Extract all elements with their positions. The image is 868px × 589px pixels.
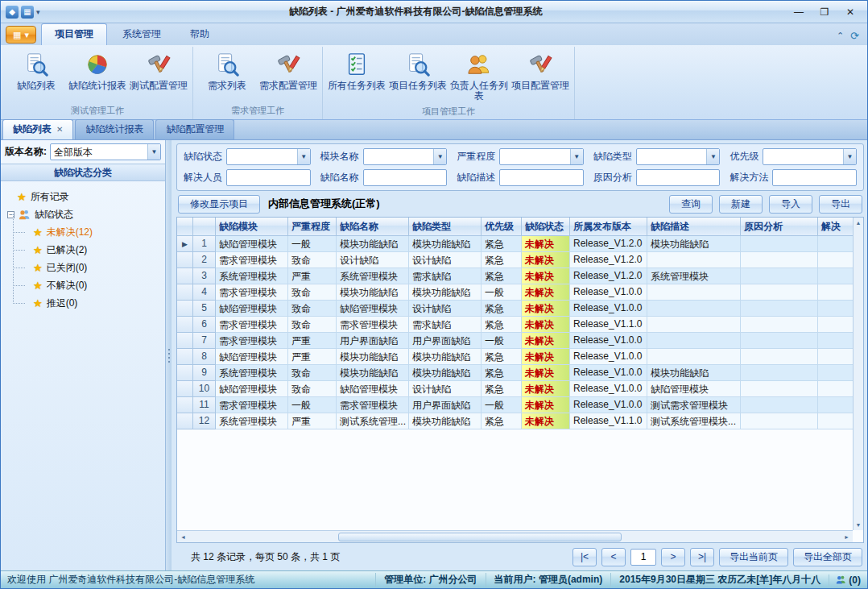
cell[interactable]: 模块功能缺陷 — [409, 349, 482, 365]
table-row[interactable]: 3系统管理模块严重系统管理模块需求缺陷紧急未解决Release_V1.2.0系统… — [177, 268, 853, 284]
tree-item-unresolved[interactable]: ★ 未解决(12) — [6, 223, 160, 241]
cell[interactable]: 紧急 — [482, 252, 522, 268]
cell[interactable]: 紧急 — [482, 349, 522, 365]
cell[interactable]: 需求管理模块 — [216, 252, 288, 268]
cell[interactable]: 需求缺陷 — [409, 268, 482, 284]
cell[interactable]: 一般 — [288, 397, 337, 413]
cell[interactable]: 一般 — [482, 397, 522, 413]
cell[interactable]: 需求管理模块 — [216, 333, 288, 349]
cell[interactable] — [741, 301, 818, 317]
scroll-down-icon[interactable]: ▼ — [856, 520, 862, 530]
cell[interactable] — [741, 236, 818, 252]
collapse-ribbon-icon[interactable]: ⌃ — [837, 31, 844, 41]
ribbon-item-project-config[interactable]: 项目配置管理 — [510, 48, 571, 93]
cell[interactable] — [647, 317, 741, 333]
chevron-down-icon[interactable]: ▼ — [706, 149, 719, 164]
sidebar-splitter[interactable] — [166, 140, 172, 570]
cell[interactable]: 严重 — [288, 413, 337, 429]
cell[interactable] — [818, 268, 853, 284]
cell[interactable]: Release_V1.2.0 — [570, 252, 647, 268]
cell[interactable]: 紧急 — [482, 413, 522, 429]
row-number[interactable]: 2 — [193, 252, 216, 268]
cell[interactable]: 紧急 — [482, 317, 522, 333]
cell[interactable]: 模块功能缺陷 — [409, 284, 482, 301]
ribbon-item-defect-list[interactable]: 缺陷列表 — [6, 48, 67, 93]
row-number[interactable]: 10 — [193, 381, 216, 397]
row-current-marker[interactable] — [177, 413, 193, 429]
cell[interactable]: 缺陷管理模块 — [216, 381, 288, 397]
cell[interactable]: 模块功能缺陷 — [337, 365, 409, 381]
scroll-up-icon[interactable]: ▲ — [856, 218, 862, 228]
cell[interactable]: 未解决 — [522, 333, 570, 349]
first-page-button[interactable]: |< — [572, 548, 597, 566]
tree-item-all-records[interactable]: ★ 所有记录 — [6, 188, 160, 205]
cell[interactable]: 未解决 — [522, 365, 570, 381]
cell[interactable]: 致命 — [288, 301, 337, 317]
cell[interactable]: 需求管理模块 — [337, 397, 409, 413]
cell[interactable]: 缺陷管理模块 — [216, 301, 288, 317]
priority-combobox[interactable]: ▼ — [763, 148, 857, 165]
cell[interactable]: 未解决 — [522, 317, 570, 333]
cell[interactable]: 一般 — [482, 333, 522, 349]
cell[interactable]: 未解决 — [522, 381, 570, 397]
cell[interactable] — [818, 365, 853, 381]
vertical-scrollbar[interactable]: ▲ ▼ — [853, 218, 863, 530]
cell[interactable]: 模块功能缺陷 — [337, 236, 409, 252]
cell[interactable] — [741, 284, 818, 301]
quick-access-dropdown-icon[interactable]: ▾ — [36, 8, 40, 16]
cell[interactable] — [647, 252, 741, 268]
close-tab-icon[interactable]: ✕ — [56, 125, 63, 134]
table-row[interactable]: 6需求管理模块致命需求管理模块需求缺陷紧急未解决Release_V1.1.0 — [177, 317, 853, 333]
ribbon-item-owner-tasks[interactable]: 负责人任务列表 — [448, 48, 510, 104]
cell[interactable]: 模块功能缺陷 — [337, 284, 409, 301]
cell[interactable] — [818, 349, 853, 365]
table-row[interactable]: 10缺陷管理模块致命缺陷管理模块设计缺陷紧急未解决Release_V1.0.0缺… — [177, 381, 853, 397]
table-row[interactable]: 8缺陷管理模块严重模块功能缺陷模块功能缺陷紧急未解决Release_V1.0.0 — [177, 349, 853, 365]
cell[interactable]: 紧急 — [482, 301, 522, 317]
chevron-down-icon[interactable]: ▼ — [147, 144, 160, 160]
cell[interactable]: Release_V1.2.0 — [570, 236, 647, 252]
cell[interactable]: 测试需求管理模块 — [647, 397, 741, 413]
cell[interactable]: 测试系统管理... — [337, 413, 409, 429]
header-severity[interactable]: 严重程度 — [288, 218, 337, 236]
cell[interactable] — [818, 252, 853, 268]
prev-page-button[interactable]: < — [601, 548, 626, 566]
cell[interactable]: 需求管理模块 — [216, 284, 288, 301]
cell[interactable]: 致命 — [288, 365, 337, 381]
cell[interactable] — [818, 413, 853, 429]
export-button[interactable]: 导出 — [819, 195, 862, 214]
cell[interactable] — [741, 252, 818, 268]
row-number[interactable]: 8 — [193, 349, 216, 365]
cell[interactable]: 需求管理模块 — [216, 397, 288, 413]
cell[interactable]: 未解决 — [522, 301, 570, 317]
cell[interactable]: Release_V1.2.0 — [570, 268, 647, 284]
row-current-marker[interactable] — [177, 284, 193, 301]
cell[interactable]: 需求管理模块 — [337, 317, 409, 333]
cell[interactable]: Release_V1.0.0 — [570, 381, 647, 397]
tree-item-postponed[interactable]: ★ 推迟(0) — [6, 294, 160, 312]
cell[interactable] — [647, 284, 741, 301]
solution-input[interactable] — [772, 169, 857, 186]
application-menu-button[interactable]: ▦ ▾ — [6, 26, 36, 44]
header-defect-module[interactable]: 缺陷模块 — [216, 218, 288, 236]
refresh-icon[interactable]: ⟳ — [850, 30, 859, 42]
app-icon[interactable]: ◆ — [6, 6, 19, 19]
cell[interactable]: 一般 — [482, 284, 522, 301]
cell[interactable]: 模块功能缺陷 — [409, 365, 482, 381]
table-row[interactable]: 2需求管理模块致命设计缺陷设计缺陷紧急未解决Release_V1.2.0 — [177, 252, 853, 268]
ribbon-item-requirement-config[interactable]: 需求配置管理 — [258, 48, 319, 93]
cell[interactable]: 系统管理模块 — [216, 365, 288, 381]
cell[interactable] — [818, 333, 853, 349]
cell[interactable] — [647, 349, 741, 365]
cell[interactable]: 模块功能缺陷 — [409, 236, 482, 252]
cell[interactable]: Release_V1.0.0 — [570, 301, 647, 317]
cell[interactable]: Release_V1.1.0 — [570, 413, 647, 429]
cell[interactable]: 模块功能缺陷 — [647, 236, 741, 252]
last-page-button[interactable]: >| — [690, 548, 714, 566]
ribbon-item-test-config[interactable]: 测试配置管理 — [128, 48, 189, 93]
cell[interactable]: 紧急 — [482, 268, 522, 284]
chevron-down-icon[interactable]: ▼ — [570, 149, 583, 164]
cell[interactable]: 未解决 — [522, 397, 570, 413]
version-combobox[interactable]: 全部版本 ▼ — [50, 143, 161, 160]
tree-item-resolved[interactable]: ★ 已解决(2) — [6, 241, 160, 259]
